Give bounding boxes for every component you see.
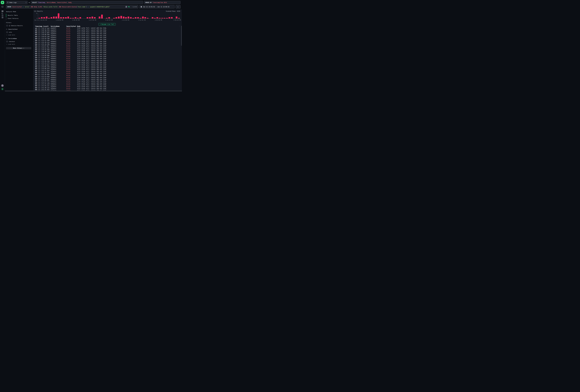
histogram-bar-slot[interactable] [77,13,79,18]
histogram-bar-slot[interactable] [98,13,101,18]
app-logo[interactable] [1,1,4,4]
histogram-bar-slot[interactable] [72,13,74,18]
orderby-query-input[interactable]: ORDER BY TimestampTime DESC [144,1,180,4]
language-lucene-option[interactable]: Lucene [133,6,137,7]
user-avatar[interactable]: U [1,88,4,90]
select-query-input[interactable]: SELECT Timestamp, ServiceName, SeverityT… [31,1,143,4]
source-settings-gear-icon[interactable]: ⚙ [28,1,31,4]
table-options-icon[interactable]: ⋮ [179,25,180,27]
histogram-bar-slot[interactable] [110,13,113,18]
filter-checkbox-checkout[interactable] [6,41,8,42]
histogram-bar-slot[interactable] [178,13,180,18]
histogram-bar-slot[interactable] [79,13,82,18]
resume-live-tail-button[interactable]: Resume Live Tail [98,23,116,25]
histogram-bar-slot[interactable] [115,13,118,18]
collapse-sidebar-icon[interactable] [1,5,3,8]
filter-option-info[interactable]: info [6,31,33,33]
histogram-bar-slot[interactable] [84,13,86,18]
denoise-results-row[interactable]: Denoise Results [6,25,33,26]
histogram-bar-slot[interactable] [43,13,45,18]
histogram-bar-slot[interactable] [144,13,146,18]
dashboards-icon[interactable] [1,16,3,18]
sidebar-mode-results-table[interactable]: Results Table [6,14,33,17]
vertical-scrollbar-thumb[interactable] [181,26,182,46]
column-header-timestamp[interactable]: Timestamp (Local) [35,25,51,27]
chart-explorer-icon[interactable] [1,12,3,14]
histogram-bar-slot[interactable] [53,13,55,18]
column-header-servicename[interactable]: ⋮ServiceName [51,25,66,27]
table-row[interactable]: ›Jun 11 1:56:51.975 PMpaymenterrorVisa c… [32,27,181,28]
more-filters-button[interactable]: More filters [6,47,31,49]
denoise-checkbox[interactable] [6,25,8,26]
histogram-bar-slot[interactable] [163,13,166,18]
where-query-input[interactable]: WHERE SeverityText = 'error' AND Body IL… [6,5,139,8]
source-selector[interactable]: Demo Logs [6,1,28,4]
histogram-bar-slot[interactable] [94,13,96,18]
histogram-bar-slot[interactable] [168,13,171,18]
histogram-bar-slot[interactable] [120,13,123,18]
histogram-bar-slot[interactable] [101,13,103,18]
histogram-bar-slot[interactable] [62,13,65,18]
where-keyword: WHERE [7,6,11,8]
histogram-bar-slot[interactable] [149,13,151,18]
histogram-bar-slot[interactable] [170,13,173,18]
histogram-bar-slot[interactable] [74,13,77,18]
sidebar-mode-event-patterns[interactable]: Event Patterns [6,17,33,20]
histogram-bar-slot[interactable] [175,13,178,18]
histogram-bar-slot[interactable] [91,13,94,18]
run-query-button[interactable]: ▷ [176,5,180,8]
cell-body: Visa cache full: cannot add new item. [77,88,181,90]
histogram-bar-slot[interactable] [89,13,91,18]
histogram-bar-slot[interactable] [135,13,137,18]
histogram-bar-slot[interactable] [118,13,120,18]
histogram-bar-slot[interactable] [125,13,127,18]
column-header-severitytext[interactable]: ⋮SeverityText [66,25,77,27]
histogram-bar-slot[interactable] [65,13,67,18]
histogram-bar-slot[interactable] [108,13,110,18]
help-button[interactable]: ? [1,84,4,87]
histogram-bar-slot[interactable] [137,13,139,18]
histogram-bar-slot[interactable] [106,13,108,18]
analysis-mode-heading: Analysis Mode [6,11,33,12]
histogram-bar-slot[interactable] [96,13,98,18]
histogram-bar-slot[interactable] [48,13,50,18]
histogram-bar-slot[interactable] [139,13,142,18]
histogram-bar-slot[interactable] [86,13,89,18]
histogram-bar-slot[interactable] [50,13,53,18]
results-histogram[interactable]: 8 0 Jun 11 1:41:45 PM1:44:00 PM1:45:45 P… [38,13,180,18]
histogram-bar-slot[interactable] [166,13,168,18]
histogram-bar-slot[interactable] [41,13,43,18]
histogram-bar-slot[interactable] [67,13,69,18]
histogram-bar-slot[interactable] [38,13,41,18]
histogram-bar-slot[interactable] [55,13,57,18]
histogram-bar-slot[interactable] [103,13,106,18]
sessions-laptop-icon[interactable] [1,14,3,16]
histogram-bar-slot[interactable] [154,13,156,18]
histogram-bar-slot[interactable] [113,13,115,18]
histogram-bar-slot[interactable] [142,13,144,18]
column-header-body[interactable]: ⋮Body [77,25,182,27]
histogram-bar-slot[interactable] [127,13,130,18]
histogram-bar-slot[interactable] [161,13,163,18]
time-range-picker[interactable]: Jun 11 13:41:52 - Jun 11 13:56:52 [139,5,175,8]
horizontal-scrollbar-track[interactable] [5,91,182,92]
histogram-bar-slot[interactable] [60,13,62,18]
histogram-bar-slot[interactable] [146,13,149,18]
histogram-bar-slot[interactable] [45,13,48,18]
language-sql-option[interactable]: SQL [128,6,130,7]
histogram-bar-slot[interactable] [82,13,84,18]
histogram-bar-slot[interactable] [69,13,72,18]
filter-checkbox-info[interactable] [6,31,8,33]
histogram-bar-slot[interactable] [156,13,158,18]
filter-option-checkout[interactable]: checkout [6,41,33,42]
histogram-bar-slot[interactable] [122,13,125,18]
histogram-bar-slot[interactable] [158,13,161,18]
load-more-button[interactable]: Load more [6,43,33,45]
load-more-button[interactable]: Load more [6,34,33,36]
search-logs-icon[interactable] [1,10,3,12]
histogram-bar-slot[interactable] [130,13,132,18]
histogram-bar-slot[interactable] [173,13,175,18]
histogram-bar-slot[interactable] [151,13,154,18]
histogram-bar-slot[interactable] [57,13,60,18]
histogram-bar-slot[interactable] [132,13,135,18]
